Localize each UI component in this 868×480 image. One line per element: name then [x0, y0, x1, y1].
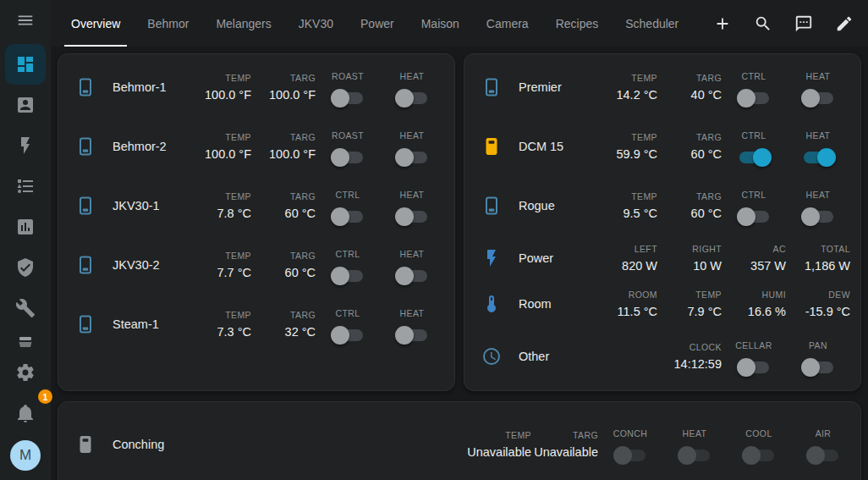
entity-name[interactable]: Behmor-2	[113, 140, 187, 153]
entity-name[interactable]: Behmor-1	[113, 80, 187, 94]
heat-toggle[interactable]	[804, 211, 833, 223]
toggle-label: CTRL	[741, 130, 766, 141]
toggle-label: ROAST	[332, 71, 364, 81]
entity-name[interactable]: DCM 15	[519, 140, 593, 153]
assist-button[interactable]	[783, 3, 824, 44]
sidebar-item-energy[interactable]	[5, 125, 46, 166]
heat-toggle[interactable]	[804, 152, 833, 163]
toggle-label: HEAT	[806, 130, 831, 141]
shield-check-icon	[15, 257, 36, 278]
toggle-knob	[613, 446, 632, 465]
entity-row-power[interactable]: PowerLEFT820 WRIGHT10 WAC357 WTOTAL1,186…	[464, 235, 860, 281]
stat-label: TEMP	[695, 290, 722, 300]
entity-name[interactable]: Conching	[113, 438, 464, 451]
ctrl-toggle[interactable]	[333, 270, 363, 282]
search-button[interactable]	[743, 3, 783, 44]
tab-overview[interactable]: Overview	[58, 0, 134, 47]
sidebar-item-person[interactable]	[5, 85, 46, 125]
pan-toggle[interactable]	[804, 361, 833, 373]
tab-melangers[interactable]: Melangers	[202, 0, 284, 47]
sidebar-item-settings[interactable]	[5, 352, 46, 393]
heat-toggle[interactable]	[804, 92, 833, 104]
entity-name[interactable]: Premier	[519, 80, 593, 94]
entity-row-jkv30-2[interactable]: JKV30-2TEMP7.7 °CTARG60 °CCTRLHEAT	[58, 235, 454, 295]
ctrl-toggle[interactable]	[739, 211, 769, 223]
entity-row-steam-1[interactable]: Steam-1TEMP7.3 °CTARG32 °CCTRLHEAT	[58, 295, 454, 354]
toggle-knob	[737, 89, 755, 108]
edit-button[interactable]	[824, 3, 865, 44]
heat-toggle[interactable]	[398, 92, 427, 104]
tab-bar: OverviewBehmorMelangersJKV30PowerMaisonC…	[58, 0, 692, 47]
heat-toggle[interactable]	[398, 211, 427, 223]
cool-toggle	[744, 450, 774, 461]
heat-toggle[interactable]	[398, 270, 427, 282]
card-left: Behmor-1TEMP100.0 °FTARG100.0 °FROASTHEA…	[58, 53, 455, 391]
heat-toggle[interactable]	[398, 329, 427, 341]
entity-row-rogue[interactable]: RogueTEMP9.5 °CTARG60 °CCTRLHEAT	[464, 176, 860, 235]
tab-behmor[interactable]: Behmor	[134, 0, 202, 47]
stat-value: 40 °C	[691, 88, 722, 102]
sidebar-item-tools[interactable]	[5, 288, 46, 328]
toggle-label: COOL	[745, 428, 772, 439]
heat-toggle[interactable]	[398, 152, 427, 163]
tab-camera[interactable]: Camera	[473, 0, 542, 47]
sidebar-item-notifications[interactable]: 1	[5, 393, 46, 433]
ctrl-toggle[interactable]	[739, 152, 769, 163]
sidebar-item-dashboard[interactable]	[5, 44, 46, 85]
sidebar-item-partial[interactable]	[5, 334, 46, 352]
ctrl-toggle[interactable]	[333, 211, 363, 223]
sidebar-item-logbook[interactable]	[5, 166, 46, 207]
tab-maison[interactable]: Maison	[408, 0, 473, 47]
entity-row-conching[interactable]: ConchingTEMPUnavailableTARGUnavailableCO…	[58, 406, 860, 480]
ctrl-toggle[interactable]	[333, 329, 363, 341]
card-right: PremierTEMP14.2 °CTARG40 °CCTRLHEATDCM 1…	[464, 53, 861, 391]
user-avatar[interactable]: M	[10, 440, 41, 471]
entity-name[interactable]: Rogue	[519, 199, 593, 212]
stat-value: 100.0 °F	[205, 88, 251, 102]
entity-name[interactable]: Other	[519, 350, 593, 363]
entity-row-dcm-15[interactable]: DCM 15TEMP59.9 °CTARG60 °CCTRLHEAT	[464, 117, 860, 176]
toggle-label: HEAT	[806, 190, 831, 200]
sidebar-item-history[interactable]	[5, 207, 46, 247]
stat-value: 357 W	[750, 259, 786, 273]
entity-row-behmor-1[interactable]: Behmor-1TEMP100.0 °FTARG100.0 °FROASTHEA…	[58, 58, 454, 117]
stat-label: TARG	[696, 132, 722, 142]
ctrl-toggle[interactable]	[739, 92, 769, 104]
stat-label: TARG	[696, 73, 722, 83]
roast-toggle[interactable]	[333, 152, 363, 163]
stat-label: AC	[773, 244, 786, 254]
entity-name[interactable]: JKV30-1	[113, 199, 187, 212]
stat-value: Unavailable	[534, 445, 598, 459]
entity-row-premier[interactable]: PremierTEMP14.2 °CTARG40 °CCTRLHEAT	[464, 58, 860, 117]
conch-toggle	[616, 450, 646, 461]
roast-toggle[interactable]	[333, 92, 363, 104]
stat-label: TEMP	[225, 310, 251, 320]
entity-name[interactable]: Room	[519, 297, 593, 311]
entity-row-room[interactable]: RoomROOM11.5 °CTEMP7.9 °CHUMI16.6 %DEW-1…	[464, 281, 860, 327]
stat-value: 11.5 °C	[618, 305, 657, 318]
sidebar-item-security[interactable]	[5, 247, 46, 288]
tab-power[interactable]: Power	[347, 0, 408, 47]
entity-name[interactable]: Steam-1	[113, 317, 187, 331]
toggle-knob	[806, 446, 825, 465]
toggle-label: PAN	[809, 340, 827, 350]
stat-value: 7.8 °C	[217, 207, 251, 220]
stat-value: 60 °C	[285, 266, 316, 279]
toggle-knob	[742, 446, 761, 465]
stat-value: 16.6 %	[748, 305, 786, 318]
menu-button[interactable]	[0, 0, 51, 40]
add-button[interactable]	[702, 3, 743, 44]
entity-row-other[interactable]: OtherCLOCK14:12:59CELLARPAN	[464, 327, 860, 386]
toggle-knob	[801, 358, 820, 377]
entity-name[interactable]: Power	[519, 251, 593, 265]
stat-value: 60 °C	[285, 207, 316, 220]
toggle-knob	[801, 89, 820, 108]
entity-name[interactable]: JKV30-2	[113, 258, 187, 272]
stat-value: 100.0 °F	[269, 88, 316, 102]
tab-recipes[interactable]: Recipes	[542, 0, 613, 47]
entity-row-jkv30-1[interactable]: JKV30-1TEMP7.8 °CTARG60 °CCTRLHEAT	[58, 176, 454, 235]
tab-scheduler[interactable]: Scheduler	[612, 0, 692, 47]
tab-jkv30[interactable]: JKV30	[285, 0, 347, 47]
entity-row-behmor-2[interactable]: Behmor-2TEMP100.0 °FTARG100.0 °FROASTHEA…	[58, 117, 454, 176]
cellar-toggle[interactable]	[739, 361, 769, 373]
